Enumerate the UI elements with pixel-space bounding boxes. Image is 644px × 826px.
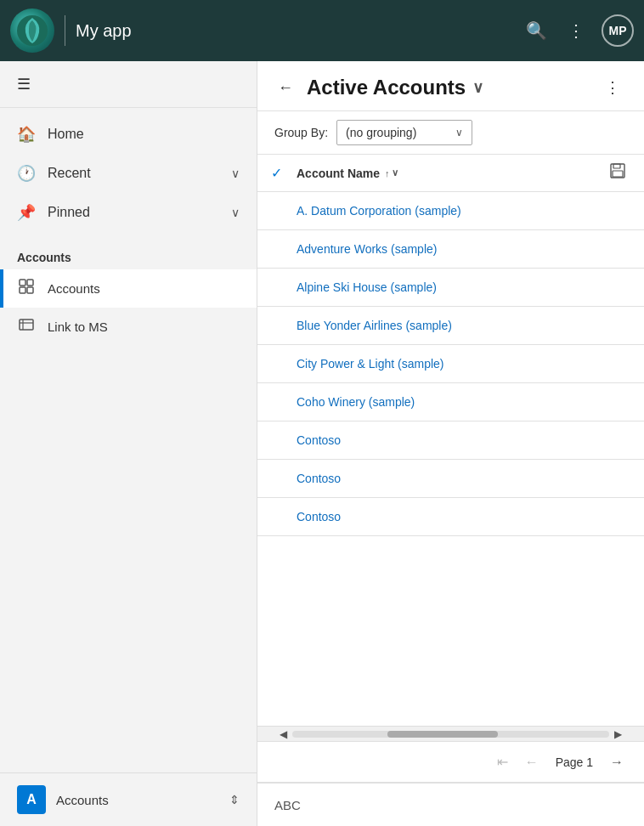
sort-icons[interactable]: ↑ ∨ xyxy=(385,167,398,178)
row-name: Adventure Works (sample) xyxy=(297,242,437,256)
bottom-abc-bar: ABC xyxy=(257,782,644,826)
sidebar-footer-label: Accounts xyxy=(56,793,219,807)
app-logo xyxy=(10,8,54,53)
content-header: ← Active Accounts ∨ ⋮ xyxy=(257,61,644,111)
row-name: Contoso xyxy=(297,472,341,485)
sidebar-section-header: Accounts xyxy=(0,239,257,269)
table-row[interactable]: City Power & Light (sample) xyxy=(257,345,644,383)
scroll-right-button[interactable]: ▶ xyxy=(609,727,627,742)
sidebar-item-accounts-label: Accounts xyxy=(48,281,100,296)
horizontal-scrollbar: ◀ ▶ xyxy=(257,726,644,741)
table-row[interactable]: Contoso xyxy=(257,421,644,460)
column-header-row: ✓ Account Name ↑ ∨ xyxy=(257,155,644,192)
back-button[interactable]: ← xyxy=(274,76,297,100)
sidebar-item-home-label: Home xyxy=(48,127,240,142)
sidebar-item-pinned[interactable]: 📌 Pinned ∨ xyxy=(0,193,257,232)
main-container: ☰ 🏠 Home 🕐 Recent ∨ 📌 Pinned ∨ Accounts xyxy=(0,61,644,826)
column-check: ✓ xyxy=(271,165,297,181)
content-more-button[interactable]: ⋮ xyxy=(598,75,627,100)
sidebar-nav: 🏠 Home 🕐 Recent ∨ 📌 Pinned ∨ xyxy=(0,108,257,239)
scrollbar-thumb[interactable] xyxy=(387,731,499,738)
abc-label: ABC xyxy=(274,798,301,812)
first-page-button[interactable]: ⇤ xyxy=(490,750,515,773)
pagination-row: ⇤ ← Page 1 → xyxy=(257,741,644,782)
account-name-column-label: Account Name xyxy=(297,167,380,180)
hamburger-menu-button[interactable]: ☰ xyxy=(0,61,257,108)
sidebar-footer-chevron-icon: ⇕ xyxy=(229,793,240,806)
row-name: City Power & Light (sample) xyxy=(297,357,444,371)
sidebar-item-home[interactable]: 🏠 Home xyxy=(0,115,257,154)
row-name: Alpine Ski House (sample) xyxy=(297,280,437,294)
more-options-button[interactable]: ⋮ xyxy=(564,17,588,44)
sidebar-item-recent[interactable]: 🕐 Recent ∨ xyxy=(0,154,257,193)
search-button[interactable]: 🔍 xyxy=(523,17,551,44)
content-title: Active Accounts ∨ xyxy=(307,76,588,99)
group-by-label: Group By: xyxy=(274,126,328,139)
save-view-button[interactable] xyxy=(605,161,630,184)
row-name: Blue Yonder Airlines (sample) xyxy=(297,319,452,332)
table-row[interactable]: Blue Yonder Airlines (sample) xyxy=(257,307,644,345)
recent-icon: 🕐 xyxy=(17,164,36,183)
header-icons: 🔍 ⋮ MP xyxy=(523,14,634,47)
sidebar-item-link-to-ms[interactable]: Link to MS xyxy=(0,308,257,346)
group-by-value: (no grouping) xyxy=(346,126,449,139)
sidebar-item-accounts[interactable]: Accounts xyxy=(0,269,257,308)
table-row[interactable]: Alpine Ski House (sample) xyxy=(257,269,644,307)
app-name: My app xyxy=(76,21,523,41)
sort-dropdown-icon: ∨ xyxy=(392,167,398,178)
user-avatar[interactable]: MP xyxy=(602,14,634,47)
sidebar: ☰ 🏠 Home 🕐 Recent ∨ 📌 Pinned ∨ Accounts xyxy=(0,61,257,826)
sidebar-item-pinned-label: Pinned xyxy=(48,205,219,220)
column-name: Account Name ↑ ∨ xyxy=(297,167,605,180)
content-title-text: Active Accounts xyxy=(307,76,466,99)
home-icon: 🏠 xyxy=(17,125,36,144)
next-page-button[interactable]: → xyxy=(603,751,630,773)
sidebar-item-recent-label: Recent xyxy=(48,166,219,181)
content-panel: ← Active Accounts ∨ ⋮ Group By: (no grou… xyxy=(257,61,644,826)
title-chevron-icon[interactable]: ∨ xyxy=(472,78,483,97)
pinned-chevron-icon: ∨ xyxy=(231,206,240,219)
sidebar-footer-avatar: A xyxy=(17,785,46,814)
svg-rect-4 xyxy=(27,287,33,293)
link-to-ms-icon xyxy=(17,317,36,337)
table-row[interactable]: Contoso xyxy=(257,460,644,498)
page-label: Page 1 xyxy=(549,752,600,772)
recent-chevron-icon: ∨ xyxy=(231,167,240,180)
svg-rect-5 xyxy=(20,320,33,330)
table-row[interactable]: Contoso xyxy=(257,498,644,536)
table-row[interactable]: A. Datum Corporation (sample) xyxy=(257,192,644,230)
row-name: A. Datum Corporation (sample) xyxy=(297,204,461,218)
svg-rect-3 xyxy=(27,280,33,286)
table-row[interactable]: Adventure Works (sample) xyxy=(257,230,644,269)
row-name: Contoso xyxy=(297,433,341,447)
scroll-left-button[interactable]: ◀ xyxy=(274,727,292,742)
svg-rect-2 xyxy=(20,287,25,293)
svg-rect-1 xyxy=(20,280,25,286)
group-by-chevron-icon: ∨ xyxy=(455,127,463,139)
table-body: A. Datum Corporation (sample) Adventure … xyxy=(257,192,644,726)
check-icon: ✓ xyxy=(271,165,282,181)
sort-asc-icon: ↑ xyxy=(385,168,390,178)
sidebar-footer[interactable]: A Accounts ⇕ xyxy=(0,772,257,826)
pinned-icon: 📌 xyxy=(17,203,36,222)
svg-rect-10 xyxy=(613,171,623,177)
sidebar-item-link-to-ms-label: Link to MS xyxy=(48,320,108,334)
hamburger-icon: ☰ xyxy=(17,76,31,93)
prev-page-button[interactable]: ← xyxy=(518,751,545,773)
scrollbar-track[interactable] xyxy=(292,731,609,738)
app-header: My app 🔍 ⋮ MP xyxy=(0,0,644,61)
row-name: Coho Winery (sample) xyxy=(297,395,415,409)
table-row[interactable]: Coho Winery (sample) xyxy=(257,383,644,421)
accounts-icon xyxy=(17,279,36,298)
group-by-dropdown[interactable]: (no grouping) ∨ xyxy=(336,120,472,145)
svg-rect-9 xyxy=(613,164,620,168)
toolbar-row: Group By: (no grouping) ∨ xyxy=(257,111,644,155)
header-divider xyxy=(65,15,65,46)
row-name: Contoso xyxy=(297,510,341,523)
